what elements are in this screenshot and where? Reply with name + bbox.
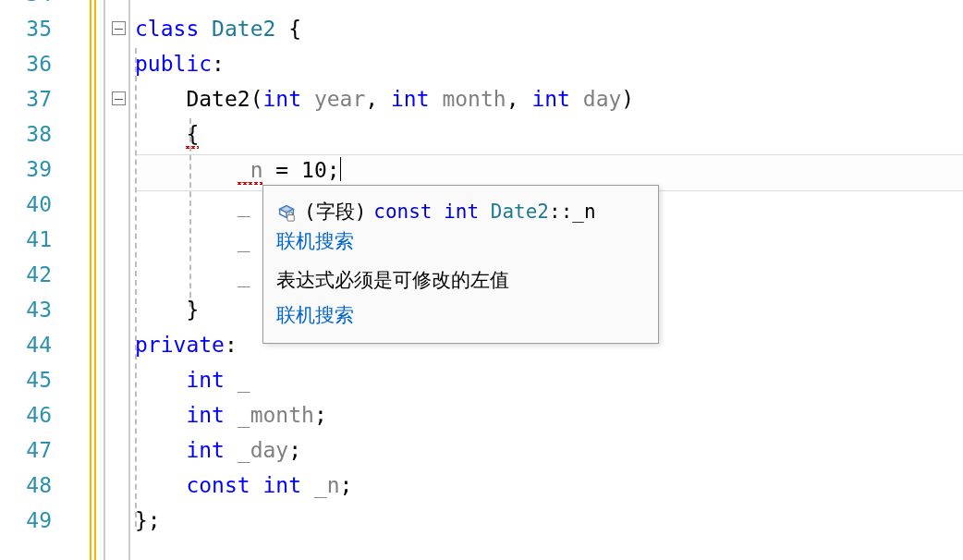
intellisense-tooltip: (字段) const int Date2::_n 联机搜索 表达式必须是可修改的… (262, 185, 659, 344)
code-line[interactable]: class Date2 { (135, 17, 963, 52)
tooltip-member: _n (572, 201, 595, 223)
code-line[interactable]: { (135, 122, 963, 157)
code-line[interactable]: }; (135, 508, 963, 543)
line-number: 46 (0, 403, 52, 427)
line-number: 48 (0, 473, 52, 497)
line-number: 47 (0, 438, 52, 462)
code-line[interactable]: int _ (135, 368, 963, 403)
line-number: 49 (0, 508, 52, 532)
tooltip-label-prefix: (字段) (304, 199, 366, 225)
change-bar (90, 0, 91, 560)
code-line[interactable]: int _month; (135, 403, 963, 438)
line-number-gutter: 34 35 36 37 38 39 40 41 42 43 44 45 46 4… (0, 0, 57, 560)
line-number: 35 (0, 17, 52, 41)
tooltip-sep: :: (549, 201, 572, 223)
code-line[interactable]: const int _n; (135, 473, 963, 508)
fold-bar (128, 0, 130, 560)
svg-rect-0 (287, 215, 294, 221)
line-number: 40 (0, 192, 52, 216)
tooltip-kw-const: const (373, 201, 432, 223)
line-number: 38 (0, 122, 52, 146)
line-number: 34 (0, 0, 52, 6)
code-line[interactable]: Date2(int year, int month, int day) (135, 87, 963, 122)
line-number: 41 (0, 227, 52, 251)
line-number: 44 (0, 333, 52, 357)
tooltip-search-link[interactable]: 联机搜索 (276, 302, 354, 328)
text-caret (340, 157, 341, 181)
code-line[interactable]: public: (135, 52, 963, 87)
line-number: 45 (0, 368, 52, 392)
tooltip-signature: (字段) const int Date2::_n (276, 199, 645, 225)
tooltip-search-link[interactable]: 联机搜索 (276, 228, 354, 254)
editor-root: 34 35 36 37 38 39 40 41 42 43 44 45 46 4… (0, 0, 963, 560)
fold-toggle-icon[interactable] (112, 91, 126, 105)
line-number: 36 (0, 52, 52, 76)
fold-toggle-icon[interactable] (112, 21, 126, 35)
line-number: 42 (0, 262, 52, 286)
line-number: 39 (0, 157, 52, 181)
change-bar (94, 0, 96, 560)
line-number: 37 (0, 87, 52, 111)
tooltip-kw-int: int (444, 201, 479, 223)
line-number: 43 (0, 298, 52, 322)
field-icon (276, 201, 297, 222)
tooltip-class-name: Date2 (491, 201, 549, 223)
code-line[interactable]: int _day; (135, 438, 963, 473)
margin-bar (104, 0, 105, 560)
tooltip-error-message: 表达式必须是可修改的左值 (276, 267, 509, 293)
